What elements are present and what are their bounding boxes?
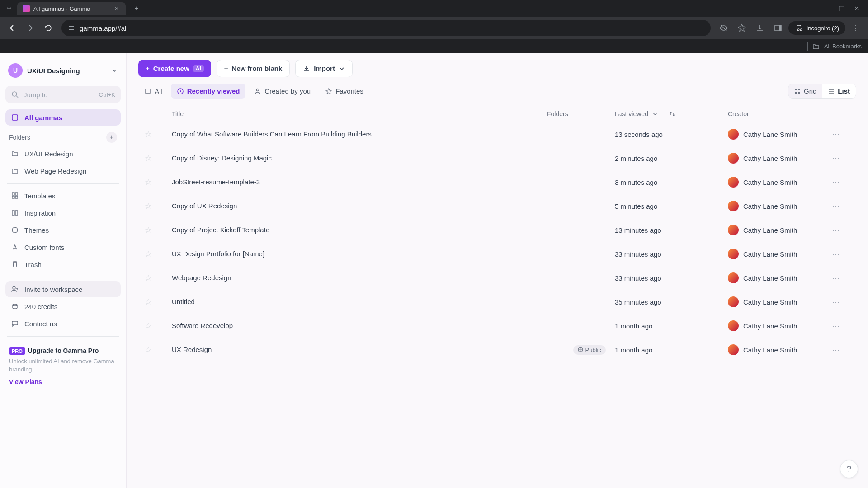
create-new-button[interactable]: + Create new AI — [138, 60, 211, 77]
svg-point-19 — [257, 89, 259, 91]
reload-button[interactable] — [41, 20, 56, 36]
table-row[interactable]: ☆Copy of What Software Builders Can Lear… — [138, 122, 856, 146]
close-window-icon[interactable]: × — [849, 1, 864, 16]
favorite-star-icon[interactable]: ☆ — [145, 178, 152, 187]
more-options-icon[interactable]: ⋯ — [832, 249, 840, 258]
more-options-icon[interactable]: ⋯ — [832, 297, 840, 306]
nav-contact[interactable]: Contact us — [5, 315, 121, 332]
book-icon — [11, 209, 19, 217]
table-row[interactable]: ☆UX RedesignPublic1 month agoCathy Lane … — [138, 338, 856, 361]
all-bookmarks-link[interactable]: All Bookmarks — [824, 43, 862, 50]
row-title: Webpage Redesign — [172, 274, 231, 282]
favorite-star-icon[interactable]: ☆ — [145, 249, 152, 258]
table-row[interactable]: ☆UX Design Portfolio for [Name]33 minute… — [138, 242, 856, 266]
svg-rect-20 — [795, 89, 797, 90]
avatar — [728, 296, 739, 307]
row-last-viewed: 5 minutes ago — [615, 202, 728, 210]
nav-credits[interactable]: 240 credits — [5, 298, 121, 314]
nav-label: Themes — [24, 226, 49, 234]
tab-favorites[interactable]: Favorites — [319, 84, 369, 99]
more-options-icon[interactable]: ⋯ — [832, 345, 840, 354]
search-shortcut: Ctrl+K — [99, 91, 115, 98]
address-bar[interactable]: gamma.app/#all — [61, 20, 711, 36]
stack-icon — [144, 88, 151, 95]
more-options-icon[interactable]: ⋯ — [832, 273, 840, 282]
svg-rect-7 — [12, 115, 18, 120]
more-options-icon[interactable]: ⋯ — [832, 321, 840, 330]
creator-name: Cathy Lane Smith — [743, 226, 797, 234]
nav-all-gammas[interactable]: All gammas — [5, 109, 121, 126]
view-list-button[interactable]: List — [822, 84, 856, 98]
table-row[interactable]: ☆Copy of Project Kickoff Template13 minu… — [138, 218, 856, 242]
site-settings-icon[interactable] — [68, 24, 75, 32]
nav-themes[interactable]: Themes — [5, 222, 121, 238]
view-grid-button[interactable]: Grid — [788, 84, 822, 98]
table-row[interactable]: ☆Copy of UX Redesign5 minutes agoCathy L… — [138, 194, 856, 218]
help-button[interactable]: ? — [840, 460, 858, 478]
jump-to-search[interactable]: Jump to Ctrl+K — [5, 86, 121, 103]
favorite-star-icon[interactable]: ☆ — [145, 225, 152, 235]
nav-inspiration[interactable]: Inspiration — [5, 205, 121, 221]
more-options-icon[interactable]: ⋯ — [832, 130, 840, 139]
favorite-star-icon[interactable]: ☆ — [145, 154, 152, 163]
browser-toolbar: gamma.app/#all Incognito (2) ⋮ — [0, 17, 868, 39]
browser-tab[interactable]: All gammas - Gamma × — [17, 2, 126, 15]
maximize-window-icon[interactable]: ☐ — [834, 1, 849, 16]
more-options-icon[interactable]: ⋯ — [832, 225, 840, 235]
minimize-window-icon[interactable]: — — [818, 1, 834, 16]
sidebar-folder-item[interactable]: UX/UI Redesign — [5, 145, 121, 162]
forward-button[interactable] — [23, 20, 38, 36]
add-folder-button[interactable]: + — [106, 132, 117, 143]
more-options-icon[interactable]: ⋯ — [832, 202, 840, 211]
avatar — [728, 320, 739, 331]
new-from-blank-button[interactable]: +New from blank — [217, 60, 290, 77]
row-last-viewed: 1 month ago — [615, 346, 728, 354]
download-icon[interactable] — [752, 20, 768, 36]
menu-icon[interactable]: ⋮ — [848, 20, 863, 36]
incognito-indicator[interactable]: Incognito (2) — [788, 21, 845, 35]
table-row[interactable]: ☆Copy of Disney: Designing Magic2 minute… — [138, 146, 856, 170]
more-options-icon[interactable]: ⋯ — [832, 178, 840, 187]
nav-invite[interactable]: Invite to workspace — [5, 281, 121, 297]
tab-search-dropdown[interactable] — [4, 3, 14, 14]
favorite-star-icon[interactable]: ☆ — [145, 345, 152, 354]
row-last-viewed: 35 minutes ago — [615, 298, 728, 306]
col-creator[interactable]: Creator — [728, 110, 832, 117]
favorite-star-icon[interactable]: ☆ — [145, 273, 152, 282]
sort-toggle-icon[interactable] — [669, 111, 675, 117]
new-tab-button[interactable]: + — [130, 2, 143, 15]
public-badge: Public — [573, 345, 606, 355]
table-row[interactable]: ☆Software Redevelop1 month agoCathy Lane… — [138, 314, 856, 338]
back-button[interactable] — [5, 20, 20, 36]
nav-custom-fonts[interactable]: Custom fonts — [5, 239, 121, 255]
tab-recently-viewed[interactable]: Recently viewed — [171, 84, 246, 99]
more-options-icon[interactable]: ⋯ — [832, 154, 840, 163]
side-panel-icon[interactable] — [770, 20, 786, 36]
col-title[interactable]: Title — [172, 110, 547, 117]
trash-icon — [11, 260, 19, 268]
nav-trash[interactable]: Trash — [5, 256, 121, 272]
row-title: Untitled — [172, 298, 195, 305]
tab-label: Recently viewed — [187, 87, 240, 95]
nav-templates[interactable]: Templates — [5, 188, 121, 204]
import-button[interactable]: Import — [295, 60, 353, 77]
gammas-table: Title Folders Last viewed Creator ☆Copy … — [138, 106, 856, 361]
workspace-switcher[interactable]: U UX/UI Designing — [5, 60, 121, 81]
star-icon[interactable] — [734, 20, 750, 36]
col-last-viewed[interactable]: Last viewed — [615, 110, 728, 117]
table-row[interactable]: ☆JobStreet-resume-template-33 minutes ag… — [138, 170, 856, 194]
favorite-star-icon[interactable]: ☆ — [145, 321, 152, 330]
view-plans-link[interactable]: View Plans — [9, 378, 42, 385]
favorite-star-icon[interactable]: ☆ — [145, 202, 152, 211]
table-row[interactable]: ☆Untitled35 minutes agoCathy Lane Smith⋯ — [138, 290, 856, 314]
svg-rect-12 — [15, 196, 18, 198]
col-folders[interactable]: Folders — [547, 110, 615, 117]
favorite-star-icon[interactable]: ☆ — [145, 297, 152, 306]
table-row[interactable]: ☆Webpage Redesign33 minutes agoCathy Lan… — [138, 266, 856, 290]
sidebar-folder-item[interactable]: Web Page Redesign — [5, 163, 121, 179]
eye-off-icon[interactable] — [716, 20, 731, 36]
tab-created-by-you[interactable]: Created by you — [248, 84, 316, 99]
tab-all[interactable]: All — [138, 84, 168, 99]
close-tab-icon[interactable]: × — [113, 5, 120, 12]
favorite-star-icon[interactable]: ☆ — [145, 130, 152, 139]
